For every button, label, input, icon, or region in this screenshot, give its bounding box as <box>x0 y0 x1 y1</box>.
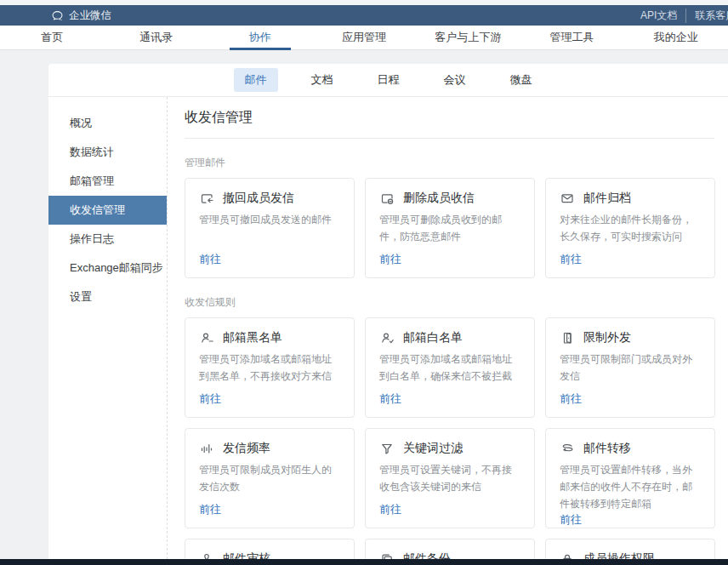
card-grid-manage-mail: 撤回成员发信 管理员可撤回成员发送的邮件 前往 删除成员收信 管理员可 <box>185 178 714 278</box>
sidebar: 概况 数据统计 邮箱管理 收发信管理 操作日志 Exchange邮箱同步 设置 <box>48 97 168 559</box>
card-keyword-filter: 关键词过滤 管理员可设置关键词，不再接收包含该关键词的来信 前往 <box>365 428 535 528</box>
page-title: 收发信管理 <box>185 109 714 139</box>
card-head: 邮件审核 <box>199 551 340 559</box>
card-title: 邮件备份 <box>403 551 451 559</box>
nav-item-contacts[interactable]: 通讯录 <box>104 26 208 49</box>
card-head: 发信频率 <box>199 441 340 456</box>
card-title: 发信频率 <box>223 441 270 456</box>
nav-item-my-company[interactable]: 我的企业 <box>624 26 728 49</box>
card-title: 邮箱黑名单 <box>223 330 282 345</box>
blacklist-person-icon <box>199 330 214 345</box>
main-content: 收发信管理 管理邮件 撤回成员发信 管理员可撤回成员发送的邮件 前往 <box>168 97 728 559</box>
section-label-send-receive-rules: 收发信规则 <box>185 295 714 310</box>
card-head: 邮件备份 <box>379 551 520 559</box>
content-panel: 邮件 文档 日程 会议 微盘 概况 数据统计 邮箱管理 收发信管理 操作日志 E… <box>48 64 728 559</box>
goto-link[interactable]: 前往 <box>199 252 221 267</box>
sidebar-item-mailbox-management[interactable]: 邮箱管理 <box>48 167 167 196</box>
subtabs: 邮件 文档 日程 会议 微盘 <box>48 64 728 97</box>
card-mail-whitelist: 邮箱白名单 管理员可添加域名或邮箱地址到白名单，确保来信不被拦截 前往 <box>365 317 535 418</box>
filter-funnel-icon <box>379 441 395 456</box>
card-desc: 管理员可设置关键词，不再接收包含该关键词的来信 <box>379 462 520 496</box>
card-desc: 管理员可设置邮件转移，当外邮来信的收件人不存在时，邮件被转移到特定邮箱 <box>560 462 701 512</box>
card-title: 邮箱白名单 <box>403 330 463 345</box>
card-head: 成员操作权限 <box>560 551 701 559</box>
card-desc: 管理员可撤回成员发送的邮件 <box>199 212 340 229</box>
nav-item-app-management[interactable]: 应用管理 <box>312 26 416 49</box>
chat-bubble-icon <box>51 9 64 22</box>
lock-icon <box>560 551 575 559</box>
goto-link[interactable]: 前往 <box>379 252 401 267</box>
nav-item-admin-tools[interactable]: 管理工具 <box>520 26 623 49</box>
card-head: 邮箱白名单 <box>379 330 520 345</box>
nav-item-customers[interactable]: 客户与上下游 <box>416 26 520 49</box>
card-title: 邮件转移 <box>583 441 631 456</box>
subtab-mail[interactable]: 邮件 <box>234 68 278 92</box>
card-desc: 对来往企业的邮件长期备份，长久保存，可实时搜索访问 <box>560 212 701 246</box>
card-head: 限制外发 <box>560 330 701 345</box>
card-mail-archive: 邮件归档 对来往企业的邮件长期备份，长久保存，可实时搜索访问 前往 <box>545 178 715 278</box>
wecom-logo[interactable]: 企业微信 <box>51 9 111 23</box>
transfer-arrow-icon <box>560 441 575 456</box>
sidebar-item-statistics[interactable]: 数据统计 <box>48 138 167 167</box>
card-desc: 管理员可限制部门或成员对外发信 <box>560 351 701 385</box>
card-desc: 管理员可添加域名或邮箱地址到黑名单，不再接收对方来信 <box>199 351 340 385</box>
card-head: 邮件归档 <box>560 191 701 206</box>
sidebar-item-send-receive-management[interactable]: 收发信管理 <box>48 196 167 225</box>
panel-body: 概况 数据统计 邮箱管理 收发信管理 操作日志 Exchange邮箱同步 设置 … <box>48 97 728 559</box>
goto-link[interactable]: 前往 <box>379 391 401 407</box>
subtab-meeting[interactable]: 会议 <box>433 68 477 92</box>
card-mail-blacklist: 邮箱黑名单 管理员可添加域名或邮箱地址到黑名单，不再接收对方来信 前往 <box>185 317 355 418</box>
whitelist-person-icon <box>379 330 395 345</box>
card-head: 撤回成员发信 <box>199 191 340 206</box>
subtab-drive[interactable]: 微盘 <box>499 68 543 92</box>
card-head: 邮箱黑名单 <box>199 330 340 345</box>
api-docs-link[interactable]: API文档 <box>640 9 677 23</box>
door-icon <box>560 330 575 345</box>
card-mail-audit: 邮件审核 <box>185 539 355 559</box>
card-restrict-outgoing: 限制外发 管理员可限制部门或成员对外发信 前往 <box>545 317 715 418</box>
card-title: 邮件审核 <box>223 551 270 559</box>
logo-text: 企业微信 <box>69 9 111 23</box>
copy-icon <box>379 551 395 559</box>
delete-mail-icon <box>379 191 395 206</box>
goto-link[interactable]: 前往 <box>560 391 582 407</box>
goto-link[interactable]: 前往 <box>379 502 401 517</box>
subtab-schedule[interactable]: 日程 <box>367 68 411 92</box>
contact-support-link[interactable]: 联系客服 <box>685 9 728 23</box>
card-mail-transfer: 邮件转移 管理员可设置邮件转移，当外邮来信的收件人不存在时，邮件被转移到特定邮箱… <box>545 428 715 528</box>
card-title: 撤回成员发信 <box>223 191 294 206</box>
card-desc: 管理员可删除成员收到的邮件，防范恶意邮件 <box>379 212 520 246</box>
primary-nav: 首页 通讯录 协作 应用管理 客户与上下游 管理工具 我的企业 <box>0 26 728 50</box>
card-head: 关键词过滤 <box>379 441 520 456</box>
card-desc: 管理员可添加域名或邮箱地址到白名单，确保来信不被拦截 <box>379 351 520 385</box>
card-mail-backup: 邮件备份 <box>365 539 535 559</box>
goto-link[interactable]: 前往 <box>199 391 221 407</box>
sidebar-item-operation-log[interactable]: 操作日志 <box>48 225 167 254</box>
nav-item-collaboration[interactable]: 协作 <box>208 26 312 49</box>
frequency-bars-icon <box>199 441 214 456</box>
card-send-frequency: 发信频率 管理员可限制成员对陌生人的发信次数 前往 <box>185 428 355 528</box>
card-title: 关键词过滤 <box>403 441 463 456</box>
card-head: 删除成员收信 <box>379 191 520 206</box>
recall-mail-icon <box>199 191 214 206</box>
sidebar-item-settings[interactable]: 设置 <box>48 282 167 311</box>
card-title: 限制外发 <box>583 330 631 345</box>
card-recall-sent-mail: 撤回成员发信 管理员可撤回成员发送的邮件 前往 <box>185 178 355 278</box>
card-member-permission: 成员操作权限 <box>545 539 715 559</box>
bottom-edge-strip <box>0 559 728 565</box>
card-title: 邮件归档 <box>583 191 631 206</box>
topbar: 企业微信 API文档 联系客服 退出 <box>0 5 728 26</box>
card-desc: 管理员可限制成员对陌生人的发信次数 <box>199 462 340 496</box>
card-grid-rules: 邮箱黑名单 管理员可添加域名或邮箱地址到黑名单，不再接收对方来信 前往 邮箱白名… <box>185 317 714 559</box>
sidebar-item-exchange-sync[interactable]: Exchange邮箱同步 <box>48 254 167 282</box>
topbar-links: API文档 联系客服 退出 <box>640 5 728 26</box>
sidebar-item-overview[interactable]: 概况 <box>48 109 167 138</box>
goto-link[interactable]: 前往 <box>199 502 221 517</box>
nav-item-home[interactable]: 首页 <box>0 26 104 49</box>
goto-link[interactable]: 前往 <box>560 512 582 528</box>
subtab-docs[interactable]: 文档 <box>300 68 344 92</box>
card-title: 成员操作权限 <box>583 551 655 559</box>
goto-link[interactable]: 前往 <box>560 252 582 267</box>
section-label-manage-mail: 管理邮件 <box>185 156 714 170</box>
mail-archive-icon <box>560 191 575 206</box>
